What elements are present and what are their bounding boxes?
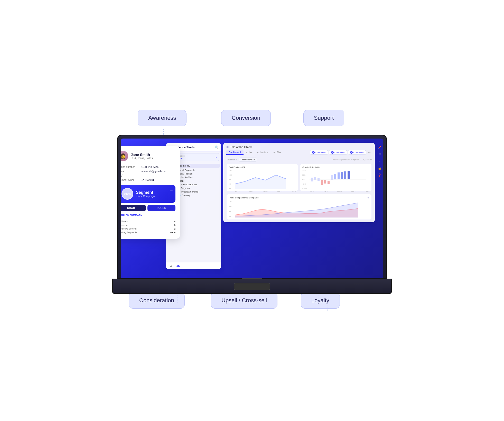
email-value: janesmith@gmail.com (141, 169, 175, 173)
timeframe-selector[interactable]: Last 90 days ▾ (239, 158, 257, 162)
create-new-button-3[interactable]: + Create new (348, 150, 366, 155)
email-label: Email (121, 169, 141, 173)
tab-profiles[interactable]: Profiles (271, 150, 284, 154)
rules-existing: Existing Segments: None (121, 231, 175, 234)
segment-progress: 100% (122, 188, 133, 200)
profile-comparison-header: Profile Comparison: 2 Compared ✎ (229, 196, 369, 199)
scene: Awareness Conversion Support Considerati… (98, 95, 406, 326)
profile-card: 👩 Jane Smith USA, Texas, Dallas Phone nu… (121, 146, 180, 239)
segment-title: Segment (136, 190, 155, 195)
pin-icon[interactable]: 📌 (378, 146, 381, 149)
svg-rect-14 (311, 178, 313, 181)
right-sidebar: 📌 ⊟ ✦ 🔒 ❓ (378, 143, 381, 177)
content-area: ⊞ Title of the Object Dashboard Rules Ac… (223, 143, 375, 222)
tree-item-new-customers[interactable]: ▾ ⬛ New Customers (175, 183, 220, 186)
tree-item-journey[interactable]: → Journey (178, 194, 220, 197)
timeframe-bar: Time frame: Last 90 days ▾ Parent Segmen… (226, 158, 372, 162)
total-profiles-chart: 12001000800600400 Jan 15 (229, 170, 296, 189)
avatar: 👩 (121, 151, 128, 161)
plus-icon-3: + (350, 151, 353, 154)
timeframe-chevron-icon: ▾ (254, 158, 255, 161)
chevron-down-icon: ▾ (216, 156, 217, 159)
charts-row: Total Profiles: 821 12001000800600400 (226, 164, 372, 191)
tree-item-predictive[interactable]: ◇ Predictive Model (178, 190, 220, 194)
profile-location: USA, Texas, Dallas (131, 157, 153, 160)
tab-chart[interactable]: CHART (121, 205, 146, 211)
tab-rules[interactable]: Rules (244, 150, 255, 154)
tree-new-customers-children: ○ Segment ◇ Predictive Model (175, 186, 220, 197)
create-buttons-group: + Create new + Create new + Create new (310, 150, 372, 155)
label-awareness: Awareness (138, 110, 186, 126)
js-button[interactable]: JS (176, 264, 180, 267)
laptop-lid: 👩 Jane Smith USA, Texas, Dallas Phone nu… (117, 135, 387, 279)
edit-icon[interactable]: ✎ (367, 196, 369, 199)
tab-rules[interactable]: RULES (147, 205, 175, 211)
tab-activations[interactable]: Activations (255, 150, 271, 154)
bar-chart-svg (310, 170, 366, 189)
settings-icon[interactable]: ⚙ (170, 264, 172, 268)
panel-bottom-bar: ⚙ JS (166, 262, 221, 269)
tree-item-segment[interactable]: ○ Segment (178, 186, 220, 190)
filter-icon[interactable]: ⊟ (379, 153, 381, 156)
parent-run-info: Parent Segment last run: April 14, 2024,… (333, 159, 372, 161)
more-options-icon[interactable]: ··· (367, 151, 372, 154)
lock-icon[interactable]: 🔒 (378, 167, 381, 170)
content-title-bar: ⊞ Title of the Object (226, 145, 372, 149)
awareness-text: Awareness (148, 115, 176, 121)
total-profiles-title: Total Profiles: 821 (229, 166, 296, 168)
upsell-text: Upsell / Cross-sell (221, 297, 267, 304)
plus-icon-2: + (331, 151, 334, 154)
compare-chart-svg (235, 201, 358, 217)
label-conversion: Conversion (221, 110, 271, 126)
segment-sub: Email Campaign (136, 195, 155, 198)
svg-rect-20 (331, 175, 333, 180)
svg-rect-23 (341, 172, 343, 179)
label-upsell: Upsell / Cross-sell (211, 292, 277, 309)
growth-rate-chart: 100%50%0%-50%-100% (302, 170, 369, 189)
timeframe-label: Time frame: (226, 159, 237, 161)
y-axis-3: 12001000800600 (229, 201, 233, 217)
rules-attributes: Attributes: 5 (121, 220, 175, 223)
svg-rect-25 (348, 171, 350, 179)
rules-predictive: Predictive Scoring: 2 (121, 227, 175, 231)
phone-value: (214) 548-8376 (141, 165, 175, 169)
svg-rect-16 (318, 178, 320, 181)
trackpad (234, 283, 270, 290)
conversion-text: Conversion (232, 115, 260, 121)
loyalty-text: Loyalty (311, 297, 329, 304)
create-new-button-2[interactable]: + Create new (329, 150, 347, 155)
ltv-label: LTV (121, 173, 141, 178)
segment-dots: ··· (170, 188, 173, 192)
phone-label: Phone number: (121, 165, 141, 169)
tab-dashboard[interactable]: Dashboard (226, 150, 244, 155)
search-icon[interactable]: 🔍 (215, 145, 219, 149)
profile-comparison-chart: 12001000800600 (229, 201, 369, 217)
laptop-base (112, 279, 392, 294)
svg-rect-22 (338, 172, 340, 179)
segment-tabs: CHART RULES (121, 205, 175, 211)
sparkle-icon[interactable]: ✦ (379, 160, 381, 163)
svg-rect-21 (334, 174, 336, 179)
svg-rect-17 (321, 180, 323, 185)
tree-item-global-profiles-1[interactable]: ○ Global Profiles (175, 172, 220, 176)
segment-box: 100% Segment Email Campaign ··· (121, 185, 175, 203)
x-axis-1: Jan 15Feb 2Feb 27Mar 23Apr 8 (235, 191, 296, 192)
support-text: Support (314, 115, 334, 121)
tab-bar: Dashboard Rules Activations Profiles + C… (226, 150, 372, 156)
label-loyalty: Loyalty (301, 292, 340, 309)
help-icon[interactable]: ❓ (378, 173, 381, 177)
rules-divider (121, 218, 175, 218)
consideration-text: Consideration (139, 297, 174, 304)
plus-icon-1: + (312, 151, 315, 154)
laptop-screen: 👩 Jane Smith USA, Texas, Dallas Phone nu… (121, 139, 383, 278)
svg-rect-18 (324, 180, 326, 184)
total-profiles-card: Total Profiles: 821 12001000800600400 (226, 164, 298, 191)
x-axis-2: Jan 15Feb 2Feb 27Mar 23Apr 8 (310, 191, 369, 192)
profile-comparison-card: Profile Comparison: 2 Compared ✎ 1200100… (226, 194, 372, 220)
create-new-button-1[interactable]: + Create new (310, 150, 328, 155)
page-title: Title of the Object (230, 145, 252, 149)
rules-summary: RULES SUMMARY Attributes: 5 Behaviors: 3 (121, 214, 175, 234)
svg-rect-24 (344, 171, 346, 179)
tree-item-global-profiles-2[interactable]: ○ Global Profiles (175, 176, 220, 179)
rules-behaviors: Behaviors: 3 (121, 223, 175, 227)
